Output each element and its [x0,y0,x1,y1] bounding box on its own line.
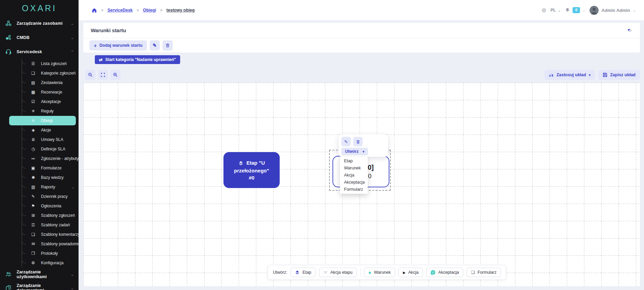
sidebar-item-label: Zarządzanie dokumentami [17,283,66,290]
breadcrumb-servicedesk[interactable]: ServiceDesk [107,8,132,13]
home-icon[interactable] [91,7,97,13]
checklist-icon: ☑ [30,99,36,104]
sidebar-item-label: Raporty [41,185,67,189]
sidebar-item-szablony-komentarzy[interactable]: ❏ Szablony komentarzy [22,230,79,239]
edit-button[interactable]: ✎ [150,40,160,50]
sidebar-item-label: Akcje [41,128,70,132]
chevron-down-icon: ⌄ [71,36,74,40]
apply-layout-button[interactable]: Zastosuj układ ▾ [544,70,595,80]
sidebar-item-szablony-powiadomien[interactable]: ✉ Szablony powiadomień [22,239,79,249]
create-toolbar: Utwórz: Etap ☞ Akcja e [267,265,506,280]
sidebar-item-lista-zgloszen[interactable]: ☰ Lista zgłoszeń [22,59,79,68]
layout-chart-icon [549,72,554,77]
breadcrumb: > ServiceDesk > Obiegi > testowy obieg [91,7,195,13]
add-start-condition-button[interactable]: + Dodaj warunek startu [89,40,147,50]
delete-button[interactable] [163,40,173,50]
sidebar-item-label: Dziennik pracy [41,194,70,199]
sidebar-item-label: Zarządzanie użytkownikami [17,270,66,279]
settings-icon: ⚙ [30,261,36,265]
sidebar-item-label: Protokoły [41,251,70,256]
sidebar-item-protokoly[interactable]: ❐ Protokoły [22,249,79,258]
start-condition-chip[interactable]: ⇄ Start kategoria "Nadanie uprawnień" [95,55,180,64]
create-etap-button[interactable]: Etap [291,268,316,277]
language-selector[interactable]: PL ⌄ [551,8,561,13]
page-content: Warunki startu + Dodaj warunek startu [79,20,644,290]
gear-icon[interactable]: ⚙ [541,7,546,14]
sidebar-item-zarzadzanie-zasobami[interactable]: Zarządzanie zasobami ⌄ [0,16,79,30]
sidebar-item-umowy-sla[interactable]: ≣ Umowy SLA [22,135,79,144]
zoom-out-icon [88,72,93,77]
cmdb-icon [5,34,12,41]
start-conditions-panel: Warunki startu + Dodaj warunek startu [83,23,640,53]
user-menu[interactable]: Admin Admin ⌄ [589,6,636,15]
sidebar-item-zarzadzanie-uzytkownikami[interactable]: Zarządzanie użytkownikami ⌄ [0,268,79,281]
sidebar-item-obiegi[interactable]: ⚛ Obiegi [9,116,76,125]
sidebar-item-akceptacje[interactable]: ☑ Akceptacje [22,97,79,106]
sidebar-item-label: Konfiguracja [41,261,70,265]
chevron-down-icon: ⌄ [71,21,74,26]
workflow-node-etap[interactable]: Etap "U przełożonego" #0 [223,152,280,188]
sidebar-item-szablony-zadan[interactable]: ☲ Szablony zadań [22,220,79,230]
sidebar-item-cmdb[interactable]: CMDB ⌄ [0,30,79,45]
notifications-menu[interactable]: 0 ⌄ [565,7,585,13]
topbar-right: ⚙ PL ⌄ 0 ⌄ [541,6,636,15]
sidebar-item-zgloszenie-atrybuty[interactable]: ≔ Zgłoszenie - atrybuty [22,154,79,163]
sidebar-item-ogloszenia[interactable]: ⚑ Ogłoszenia [22,201,79,211]
chevron-down-icon: ⌄ [558,8,561,12]
sidebar-item-raporty[interactable]: ▥ Raporty ⌄ [22,182,79,192]
sidebar-item-label: Umowy SLA [41,137,70,142]
attributes-icon: ≔ [30,156,36,161]
repeat-icon: ⇄ [99,57,103,62]
sidebar-item-label: Szablony komentarzy [41,232,79,237]
chevron-down-icon: ⌄ [582,8,585,12]
zoom-in-button[interactable] [110,70,121,80]
breadcrumb-separator: > [160,8,162,12]
oxari-logo: OXARI [0,0,79,16]
sidebar-item-definicje-sla[interactable]: ◷ Definicje SLA [22,144,79,154]
breadcrumb-obiegi[interactable]: Obiegi [143,8,156,13]
rules-icon: ✳ [30,109,36,113]
create-warunek-button[interactable]: ◆ Warunek [364,268,395,277]
create-menu-option[interactable]: Akceptacja [340,179,368,186]
workflow-icon: ⚛ [30,118,36,123]
fit-view-button[interactable] [98,70,108,80]
canvas-toolbar: Zastosuj układ ▾ Zapisz układ [83,70,640,80]
sidebar-item-akcje[interactable]: ◈ Akcje [22,125,79,135]
sidebar-item-servicedesk[interactable]: Servicedesk ⌃ [0,45,79,59]
workflow-canvas[interactable]: 0] 0 Etap "U przełożonego" #0 [83,83,640,286]
create-menu-option[interactable]: Formularz [340,186,368,193]
plus-icon: + [94,43,97,48]
notification-count-badge: 0 [573,7,580,13]
sidebar-item-zarzadzanie-dokumentami[interactable]: Zarządzanie dokumentami ⌄ [0,281,79,290]
sidebar-item-rezerwacje[interactable]: ▦ Rezerwacje [22,87,79,97]
delete-node-button[interactable] [353,137,363,146]
worklog-icon: ✎ [30,194,36,199]
categories-icon: ❑ [30,71,36,76]
form-icon: ▣ [30,166,36,170]
create-menu-option[interactable]: Warunek [340,165,368,172]
sidebar-item-dziennik-pracy[interactable]: ✎ Dziennik pracy [22,192,79,201]
create-menu-option[interactable]: Akcja [340,172,368,179]
protocols-icon: ❐ [30,251,36,256]
swap-order-icon[interactable] [627,27,632,33]
create-akcja-etapu-button[interactable]: ☞ Akcja etapu [319,268,357,277]
sidebar-item-reguly[interactable]: ✳ Reguły [22,106,79,116]
create-akceptacja-button[interactable]: ✓ Akceptacja [426,268,463,277]
sidebar-item-zestawienia[interactable]: ▤ Zestawienia [22,78,79,87]
sidebar-item-kategorie-zgloszen[interactable]: ❑ Kategorie zgłoszeń [22,68,79,78]
edit-node-button[interactable]: ✎ [341,137,351,146]
create-akcja-button[interactable]: ▶ Akcja [399,268,423,277]
sidebar-item-formularze[interactable]: ▣ Formularze [22,163,79,173]
chevron-down-icon: ⌄ [633,8,636,12]
create-dropdown-button[interactable]: Utwórz ▾ [341,148,368,155]
sidebar-item-bazy-wiedzy[interactable]: ✺ Bazy wiedzy [22,173,79,182]
sidebar-item-konfiguracja[interactable]: ⚙ Konfiguracja [22,258,79,268]
knowledge-icon: ✺ [30,175,36,180]
chevron-down-icon: ▾ [589,73,591,77]
create-formularz-button[interactable]: ❏ Formularz [467,268,501,277]
save-layout-button[interactable]: Zapisz układ [598,70,640,80]
zoom-out-button[interactable] [85,70,95,80]
sidebar-item-szablony-zgloszen[interactable]: ⊞ Szablony zgłoszeń [22,211,79,220]
sidebar-item-label: Zarządzanie zasobami [17,21,66,26]
create-menu-option[interactable]: Etap [340,158,368,165]
